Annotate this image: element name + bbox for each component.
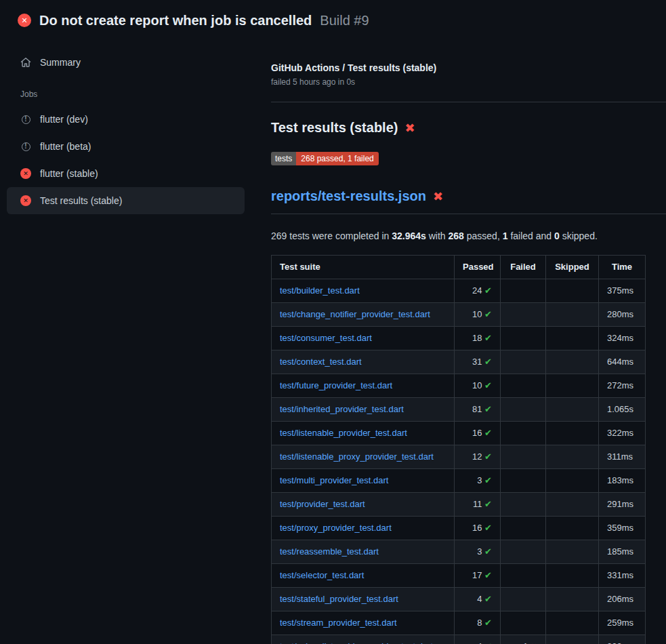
sidebar-item-flutter-stable[interactable]: ✕flutter (stable): [7, 160, 245, 187]
test-suite-link[interactable]: test/context_test.dart: [280, 357, 362, 367]
skipped-cell: [546, 327, 599, 350]
skipped-cell: [546, 517, 599, 540]
job-label: flutter (stable): [40, 168, 98, 179]
test-suite-link[interactable]: test/stateful_provider_test.dart: [280, 594, 398, 604]
check-icon: ✔: [484, 309, 492, 319]
alert-circle-icon: !: [22, 115, 30, 124]
passed-cell: 4 ✔: [455, 588, 501, 611]
jobs-section-label: Jobs: [7, 73, 245, 106]
failed-cell: [501, 611, 546, 635]
table-row: test/value_listenable_provider_test.dart…: [272, 635, 646, 644]
failed-cell: [501, 517, 546, 540]
skipped-cell: [546, 350, 599, 374]
passed-cell: 3 ✔: [455, 469, 501, 493]
table-row: test/stateful_provider_test.dart4 ✔206ms: [272, 588, 646, 611]
tests-badge: tests 268 passed, 1 failed: [271, 152, 379, 165]
test-suite-link[interactable]: test/value_listenable_provider_test.dart: [280, 641, 433, 644]
time-cell: 185ms: [599, 540, 646, 564]
failed-cell: [501, 469, 546, 493]
time-cell: 322ms: [599, 422, 646, 445]
test-suite-link[interactable]: test/listenable_provider_test.dart: [280, 428, 407, 438]
test-suite-link[interactable]: test/inherited_provider_test.dart: [280, 404, 404, 414]
divider: [271, 102, 666, 102]
test-suite-link[interactable]: test/future_provider_test.dart: [280, 380, 392, 390]
table-header-row: Test suite Passed Failed Skipped Time: [272, 256, 646, 279]
failed-cell: [501, 422, 546, 445]
x-circle-icon: ✕: [20, 168, 31, 179]
passed-cell: 10 ✔: [455, 374, 501, 398]
table-row: test/inherited_provider_test.dart81 ✔1.0…: [272, 398, 646, 422]
col-header-time: Time: [599, 256, 646, 279]
passed-cell: 8 ✔: [455, 611, 501, 635]
skipped-cell: [546, 493, 599, 517]
failed-cell: [501, 398, 546, 422]
failed-cell: [501, 374, 546, 398]
test-suite-link[interactable]: test/reassemble_test.dart: [280, 546, 379, 557]
time-cell: 280ms: [599, 303, 646, 327]
skipped-cell: [546, 588, 599, 611]
test-suite-link[interactable]: test/builder_test.dart: [280, 285, 360, 296]
sidebar-item-test-results-stable[interactable]: ✕Test results (stable): [7, 187, 245, 214]
test-suite-link[interactable]: test/change_notifier_provider_test.dart: [280, 309, 430, 319]
skipped-cell: [546, 279, 599, 303]
table-row: test/selector_test.dart17 ✔331ms: [272, 564, 646, 588]
failed-cell: [501, 540, 546, 564]
sidebar-item-flutter-beta[interactable]: !flutter (beta): [7, 133, 245, 160]
passed-cell: 16 ✔: [455, 517, 501, 540]
breadcrumb: GitHub Actions / Test results (stable): [271, 62, 666, 73]
test-suite-link[interactable]: test/selector_test.dart: [280, 570, 364, 580]
col-header-passed: Passed: [455, 256, 501, 279]
failed-cell: [501, 303, 546, 327]
col-header-test-suite: Test suite: [272, 256, 455, 279]
test-suite-link[interactable]: test/provider_test.dart: [280, 499, 365, 509]
table-row: test/stream_provider_test.dart8 ✔259ms: [272, 611, 646, 635]
check-icon: ✔: [484, 523, 492, 533]
test-suite-link[interactable]: test/proxy_provider_test.dart: [280, 523, 392, 533]
check-icon: ✔: [484, 641, 492, 644]
build-number: Build #9: [320, 13, 369, 28]
main-content: GitHub Actions / Test results (stable) f…: [254, 38, 666, 644]
skipped-cell: [546, 611, 599, 635]
sidebar-item-flutter-dev[interactable]: !flutter (dev): [7, 106, 245, 133]
check-icon: ✔: [484, 618, 492, 628]
job-label: flutter (dev): [40, 114, 88, 125]
check-icon: ✔: [484, 285, 492, 296]
alert-circle-icon: !: [22, 142, 30, 151]
failed-cell: [501, 279, 546, 303]
check-icon: ✔: [484, 475, 492, 485]
test-suite-link[interactable]: test/consumer_test.dart: [280, 333, 372, 343]
test-suite-link[interactable]: test/multi_provider_test.dart: [280, 475, 388, 485]
check-icon: ✔: [484, 499, 492, 509]
results-table-body: test/builder_test.dart24 ✔375mstest/chan…: [272, 279, 646, 644]
job-label: Test results (stable): [40, 195, 122, 206]
time-cell: 206ms: [599, 588, 646, 611]
time-cell: 331ms: [599, 564, 646, 588]
summary-label: Summary: [40, 57, 81, 68]
x-icon: ✖: [404, 122, 415, 134]
table-row: test/listenable_provider_test.dart16 ✔32…: [272, 422, 646, 445]
check-icon: ✔: [484, 333, 492, 343]
passed-cell: 3 ✔: [455, 540, 501, 564]
col-header-skipped: Skipped: [546, 256, 599, 279]
page-title: Do not create report when job is cancell…: [39, 13, 312, 28]
section-title-text: Test results (stable): [271, 120, 398, 136]
passed-cell: 31 ✔: [455, 350, 501, 374]
badge-value: 268 passed, 1 failed: [296, 152, 378, 165]
time-cell: 291ms: [599, 493, 646, 517]
test-suite-link[interactable]: test/listenable_proxy_provider_test.dart: [280, 451, 434, 462]
col-header-failed: Failed: [501, 256, 546, 279]
check-icon: ✔: [484, 357, 492, 367]
failed-cell: [501, 327, 546, 350]
time-cell: 183ms: [599, 469, 646, 493]
check-icon: ✔: [484, 428, 492, 438]
report-link[interactable]: reports/test-results.json: [271, 188, 426, 204]
failed-cell: [501, 588, 546, 611]
test-suite-link[interactable]: test/stream_provider_test.dart: [280, 618, 397, 628]
check-icon: ✔: [484, 594, 492, 604]
sidebar-item-summary[interactable]: Summary: [7, 52, 245, 73]
skipped-cell: [546, 635, 599, 644]
home-icon: [20, 57, 31, 68]
passed-cell: 10 ✔: [455, 303, 501, 327]
table-row: test/context_test.dart31 ✔644ms: [272, 350, 646, 374]
passed-cell: 81 ✔: [455, 398, 501, 422]
